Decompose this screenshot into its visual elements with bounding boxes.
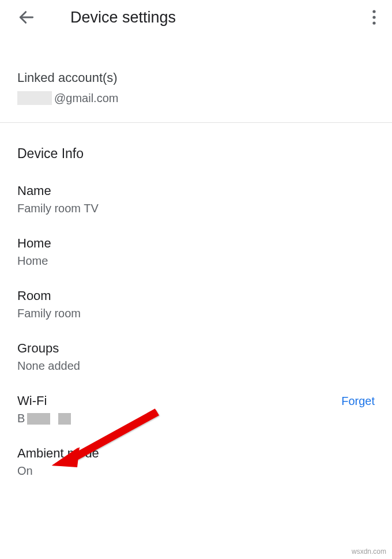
setting-groups-value: None added: [17, 359, 375, 373]
setting-ambient-mode[interactable]: Ambient mode On: [0, 436, 392, 488]
app-header: Device settings: [0, 0, 392, 35]
watermark: wsxdn.com: [352, 547, 386, 556]
setting-home-value: Home: [17, 254, 375, 268]
email-domain: @gmail.com: [54, 92, 118, 105]
setting-wifi-label: Wi-Fi: [17, 393, 341, 408]
setting-groups-label: Groups: [17, 341, 375, 356]
back-icon[interactable]: [17, 8, 36, 27]
setting-name-value: Family room TV: [17, 202, 375, 215]
wifi-value-prefix: B: [17, 412, 25, 425]
setting-home-label: Home: [17, 236, 375, 251]
linked-accounts-section[interactable]: Linked account(s) @gmail.com: [0, 35, 392, 123]
setting-ambient-value: On: [17, 464, 375, 478]
page-title: Device settings: [70, 9, 368, 27]
setting-name-label: Name: [17, 183, 375, 198]
setting-ambient-label: Ambient mode: [17, 446, 375, 461]
setting-name[interactable]: Name Family room TV: [0, 173, 392, 226]
redacted-email-user: [17, 91, 52, 105]
setting-wifi[interactable]: Wi-Fi B Forget: [0, 383, 392, 436]
setting-groups[interactable]: Groups None added: [0, 331, 392, 383]
redacted-wifi-part2: [58, 413, 71, 425]
redacted-wifi-part1: [27, 413, 50, 425]
svg-point-3: [372, 21, 375, 24]
setting-home[interactable]: Home Home: [0, 226, 392, 278]
device-info-header: Device Info: [0, 123, 392, 173]
linked-accounts-label: Linked account(s): [17, 70, 375, 85]
setting-room-label: Room: [17, 288, 375, 303]
forget-button[interactable]: Forget: [341, 393, 375, 408]
more-icon[interactable]: [368, 10, 380, 25]
svg-point-2: [372, 16, 375, 18]
content-area: Linked account(s) @gmail.com Device Info…: [0, 35, 392, 488]
linked-account-email: @gmail.com: [17, 91, 375, 105]
svg-point-1: [372, 10, 375, 13]
setting-wifi-value: B: [17, 412, 341, 425]
setting-room[interactable]: Room Family room: [0, 278, 392, 331]
setting-room-value: Family room: [17, 307, 375, 320]
